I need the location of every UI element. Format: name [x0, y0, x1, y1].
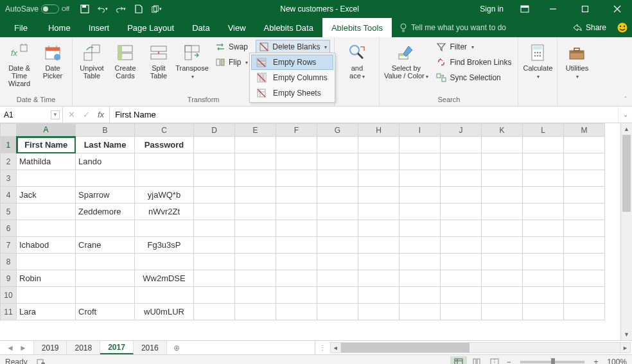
cell[interactable] — [235, 254, 276, 270]
cell[interactable] — [441, 220, 482, 237]
menu-empty-rows[interactable]: Empty Rows — [251, 55, 333, 70]
cell[interactable] — [523, 220, 564, 237]
sheet-tab[interactable]: 2019 — [34, 341, 67, 354]
cell[interactable] — [317, 204, 358, 220]
cell[interactable] — [564, 237, 605, 254]
cell[interactable] — [194, 287, 235, 304]
cell[interactable] — [523, 187, 564, 204]
cell[interactable] — [564, 287, 605, 304]
row-header[interactable]: 6 — [1, 220, 17, 237]
cell[interactable] — [76, 170, 135, 187]
cell[interactable] — [441, 153, 482, 170]
cell[interactable] — [235, 270, 276, 287]
select-all-corner[interactable] — [1, 124, 17, 137]
find-replace-button[interactable]: andace▾ — [338, 40, 375, 96]
collapse-ribbon-icon[interactable]: ˆ — [620, 94, 631, 105]
cell[interactable] — [135, 287, 194, 304]
cell[interactable] — [276, 137, 317, 153]
utilities-button[interactable]: Utilities▾ — [561, 40, 592, 96]
cell[interactable] — [441, 137, 482, 153]
cell[interactable] — [235, 304, 276, 320]
sheet-nav[interactable]: ◄► — [0, 341, 34, 354]
cell[interactable]: Mathilda — [17, 153, 76, 170]
redo-icon[interactable]: ▾ — [116, 4, 126, 14]
sheet-tab[interactable]: 2016 — [134, 341, 167, 354]
row-header[interactable]: 8 — [1, 254, 17, 270]
cell[interactable] — [276, 220, 317, 237]
cell[interactable] — [317, 170, 358, 187]
cell[interactable] — [523, 153, 564, 170]
cell[interactable] — [317, 187, 358, 204]
col-header-D[interactable]: D — [194, 124, 235, 137]
zoom-out-button[interactable]: − — [504, 358, 514, 365]
cell[interactable]: wU0mLUR — [135, 304, 194, 320]
cell[interactable] — [399, 237, 441, 254]
create-cards-button[interactable]: CreateCards — [110, 40, 141, 96]
cell[interactable] — [235, 220, 276, 237]
cell[interactable]: Sparrow — [76, 187, 135, 204]
swap-button[interactable]: Swap — [213, 40, 250, 54]
col-header-G[interactable]: G — [317, 124, 358, 137]
menu-empty-sheets[interactable]: Empty Sheets — [251, 85, 333, 101]
cell[interactable] — [399, 187, 441, 204]
share-button[interactable]: Share — [566, 18, 613, 37]
filter-button[interactable]: Filter▾ — [434, 40, 514, 54]
cell[interactable] — [135, 220, 194, 237]
cell[interactable] — [523, 170, 564, 187]
cell[interactable] — [317, 153, 358, 170]
expand-formula-bar-icon[interactable]: ⌄ — [618, 107, 632, 123]
cell[interactable]: Ww2mDSE — [135, 270, 194, 287]
cell[interactable] — [482, 220, 523, 237]
cell[interactable] — [358, 137, 399, 153]
cell[interactable] — [317, 254, 358, 270]
cell[interactable] — [399, 287, 441, 304]
sync-selection-button[interactable]: Sync Selection — [434, 71, 514, 85]
cell[interactable] — [194, 270, 235, 287]
cell[interactable] — [135, 153, 194, 170]
col-header-J[interactable]: J — [441, 124, 482, 137]
cell[interactable] — [194, 204, 235, 220]
cell[interactable] — [441, 304, 482, 320]
cell[interactable] — [441, 187, 482, 204]
add-sheet-button[interactable]: ⊕ — [167, 341, 186, 354]
tab-ablebits-tools[interactable]: Ablebits Tools — [322, 18, 392, 37]
cell[interactable]: yjaWQ*b — [135, 187, 194, 204]
cell[interactable]: First Name — [17, 137, 76, 153]
name-box-dropdown-icon[interactable]: ▼ — [51, 110, 60, 119]
cell[interactable] — [399, 137, 441, 153]
cell[interactable] — [358, 187, 399, 204]
hscroll-right-icon[interactable]: ► — [620, 343, 630, 352]
unpivot-table-button[interactable]: UnpivotTable — [76, 40, 107, 96]
cell[interactable] — [135, 254, 194, 270]
cell[interactable] — [441, 204, 482, 220]
find-broken-links-button[interactable]: Find Broken Links — [434, 55, 514, 69]
save-icon[interactable] — [80, 4, 90, 14]
cell[interactable] — [235, 287, 276, 304]
cell[interactable] — [194, 187, 235, 204]
row-header[interactable]: 11 — [1, 304, 17, 320]
cell[interactable] — [194, 237, 235, 254]
cell[interactable] — [276, 304, 317, 320]
tab-home[interactable]: Home — [39, 18, 80, 37]
tab-data[interactable]: Data — [183, 18, 218, 37]
cancel-formula-icon[interactable]: ✕ — [68, 110, 75, 119]
col-header-M[interactable]: M — [564, 124, 605, 137]
col-header-H[interactable]: H — [358, 124, 399, 137]
cell[interactable] — [276, 204, 317, 220]
cell[interactable] — [76, 270, 135, 287]
cell[interactable] — [276, 237, 317, 254]
cell[interactable] — [482, 254, 523, 270]
scroll-thumb[interactable] — [622, 135, 631, 212]
cell[interactable] — [76, 254, 135, 270]
cell[interactable] — [358, 204, 399, 220]
cell[interactable] — [358, 287, 399, 304]
horizontal-scrollbar[interactable]: ◄ ► — [330, 342, 631, 353]
cell[interactable] — [523, 287, 564, 304]
cell[interactable] — [358, 153, 399, 170]
calculate-button[interactable]: Calculate▾ — [522, 40, 553, 96]
cell[interactable] — [564, 153, 605, 170]
cell[interactable] — [441, 237, 482, 254]
cell[interactable]: Fg3u3sP — [135, 237, 194, 254]
row-header[interactable]: 1 — [1, 137, 17, 153]
cell[interactable] — [358, 220, 399, 237]
